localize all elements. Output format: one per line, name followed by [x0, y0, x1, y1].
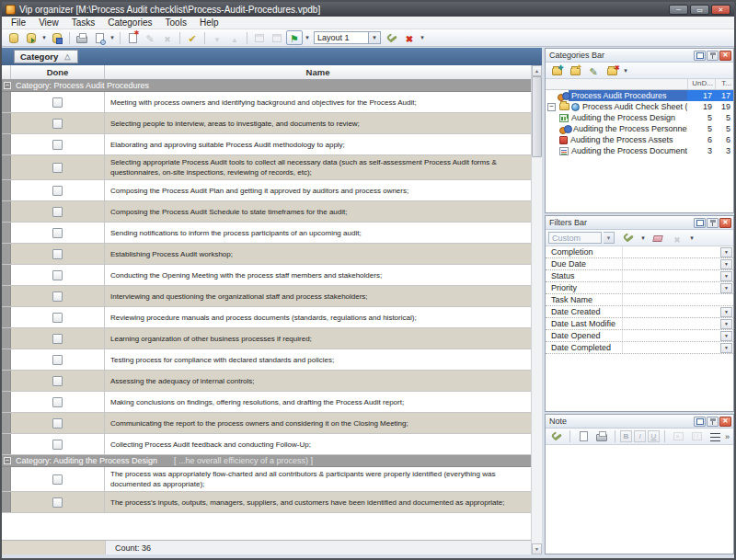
insert-image-button[interactable]	[670, 429, 686, 444]
group-header-row[interactable]: −Category: Auditing the Process Design[ …	[2, 455, 531, 467]
panel-restore-icon[interactable]	[694, 51, 706, 61]
move-up-button[interactable]	[226, 30, 243, 45]
task-done-checkbox[interactable]	[52, 163, 63, 173]
dropdown-caret-icon[interactable]: ▾	[639, 234, 647, 242]
add-subcategory-button[interactable]: ✦	[567, 63, 583, 78]
panel-pin-icon[interactable]	[707, 51, 719, 61]
layout-dropdown-icon[interactable]: ▼	[369, 31, 381, 44]
panel-close-icon[interactable]: ✕	[719, 51, 731, 61]
print-more-icon[interactable]: ▾	[109, 34, 116, 41]
task-row[interactable]: Selecting appropriate Process Audit tool…	[2, 155, 531, 180]
task-row[interactable]: Establishing Process Audit workshop;	[2, 244, 531, 265]
task-done-checkbox[interactable]	[52, 270, 63, 280]
filter-value-field[interactable]	[623, 282, 720, 293]
task-row[interactable]: Sending notifications to inform the proc…	[2, 223, 531, 244]
category-tree-item[interactable]: Auditing the Process Documentation33	[546, 145, 733, 156]
task-row[interactable]: Composing the Process Audit Schedule to …	[2, 201, 531, 223]
layout-more-icon[interactable]: ▾	[419, 34, 426, 41]
task-row[interactable]: Testing process for compliance with decl…	[2, 349, 531, 371]
task-done-checkbox[interactable]	[52, 376, 63, 386]
task-done-checkbox[interactable]	[52, 497, 63, 508]
window-view-2-button[interactable]	[269, 30, 285, 45]
task-done-checkbox[interactable]	[52, 440, 63, 450]
print-preview-button[interactable]	[91, 30, 108, 45]
collapse-group-icon[interactable]: −	[4, 82, 11, 89]
panel-pin-icon[interactable]	[707, 218, 719, 228]
categories-more-icon[interactable]: ▾	[622, 67, 629, 74]
filter-preset-dropdown-icon[interactable]: ▼	[604, 232, 615, 244]
scroll-up-icon[interactable]: ▲	[532, 65, 542, 76]
menu-item-help[interactable]: Help	[193, 17, 225, 29]
task-done-checkbox[interactable]	[52, 334, 63, 344]
category-tree-item[interactable]: Auditing the Process Assets66	[546, 134, 733, 145]
toolbar-overflow-icon[interactable]: »	[725, 432, 731, 441]
task-row[interactable]: Meeting with process owners and identify…	[2, 92, 531, 113]
report-more-icon[interactable]: ▾	[304, 34, 311, 41]
task-row[interactable]: The process was appropriately flow-chart…	[2, 467, 531, 492]
filter-value-field[interactable]	[623, 258, 720, 269]
category-tree-item[interactable]: Auditing the Process Personnel55	[546, 123, 733, 134]
delete-category-button[interactable]: ✖	[604, 63, 620, 78]
task-done-checkbox[interactable]	[52, 186, 63, 196]
filter-value-field[interactable]	[623, 306, 720, 317]
task-done-checkbox[interactable]	[52, 474, 63, 485]
dropdown-caret-icon[interactable]: ▾	[40, 34, 48, 41]
task-row[interactable]: Collecting Process Audit feedback and co…	[2, 434, 531, 455]
task-row[interactable]: Communicating the report to the process …	[2, 413, 531, 434]
remove-filter-button[interactable]	[669, 231, 685, 246]
menu-item-file[interactable]: File	[5, 17, 32, 29]
filter-value-field[interactable]	[623, 342, 720, 353]
filters-more-icon[interactable]: ▾	[688, 234, 696, 242]
panel-close-icon[interactable]: ✕	[719, 417, 731, 427]
task-row[interactable]: Elaborating and approving suitable Proce…	[2, 134, 531, 155]
minimize-button[interactable]: ─	[669, 5, 688, 15]
layout-value[interactable]: Layout 1	[314, 31, 369, 44]
print-note-button[interactable]	[593, 429, 610, 444]
delete-task-button[interactable]	[159, 30, 176, 45]
task-row[interactable]: Composing the Process Audit Plan and get…	[2, 180, 531, 201]
task-row[interactable]: Interviewing and questioning the organiz…	[2, 286, 531, 307]
filter-dropdown-icon[interactable]: ▼	[720, 331, 732, 341]
task-row[interactable]: Conducting the Opening Meeting with the …	[2, 265, 531, 286]
underline-button[interactable]: U	[648, 430, 660, 442]
filter-dropdown-icon[interactable]: ▼	[720, 307, 732, 317]
menu-item-categories[interactable]: Categories	[101, 17, 158, 29]
print-button[interactable]	[74, 30, 90, 45]
task-done-checkbox[interactable]	[52, 418, 63, 429]
note-page-button[interactable]	[575, 429, 592, 444]
filter-value-field[interactable]	[623, 294, 733, 305]
task-done-checkbox[interactable]	[52, 207, 63, 217]
category-tree-item[interactable]: Process Audit Procedures1717	[546, 90, 733, 101]
note-editor[interactable]	[546, 445, 733, 554]
edit-task-button[interactable]	[142, 30, 158, 45]
task-done-checkbox[interactable]	[52, 119, 63, 129]
customize-layout-button[interactable]	[384, 30, 400, 45]
scroll-down-icon[interactable]: ▼	[532, 543, 542, 554]
column-header-name[interactable]: Name	[105, 65, 531, 79]
task-done-checkbox[interactable]	[52, 291, 63, 302]
panel-close-icon[interactable]: ✕	[719, 218, 731, 228]
scrollbar-thumb[interactable]	[532, 76, 542, 157]
menu-item-tasks[interactable]: Tasks	[65, 17, 102, 29]
panel-pin-icon[interactable]	[707, 417, 719, 427]
panel-restore-icon[interactable]	[694, 417, 706, 427]
filter-preset-combobox[interactable]: Custom	[548, 232, 602, 244]
apply-filter-button[interactable]	[620, 231, 637, 246]
clear-filter-button[interactable]	[650, 231, 666, 246]
bold-button[interactable]: B	[620, 430, 632, 442]
total-column-header[interactable]: T...	[715, 79, 733, 89]
filter-dropdown-icon[interactable]: ▼	[720, 283, 732, 293]
add-category-button[interactable]: ✚	[548, 63, 565, 78]
layout-combobox[interactable]: Layout 1 ▼	[314, 31, 381, 44]
bullet-list-button[interactable]	[707, 429, 723, 444]
filter-dropdown-icon[interactable]: ▼	[720, 343, 732, 353]
filter-value-field[interactable]	[623, 270, 720, 281]
close-button[interactable]: ✕	[711, 5, 730, 15]
task-done-checkbox[interactable]	[52, 140, 63, 150]
panel-restore-icon[interactable]	[694, 218, 706, 228]
open-database-button[interactable]	[23, 30, 40, 45]
task-row[interactable]: Making conclusions on findings, offering…	[2, 392, 531, 413]
task-row[interactable]: Selecting people to interview, areas to …	[2, 113, 531, 134]
vertical-scrollbar[interactable]: ▲ ▼	[531, 65, 542, 554]
collapse-node-icon[interactable]: −	[547, 103, 556, 111]
